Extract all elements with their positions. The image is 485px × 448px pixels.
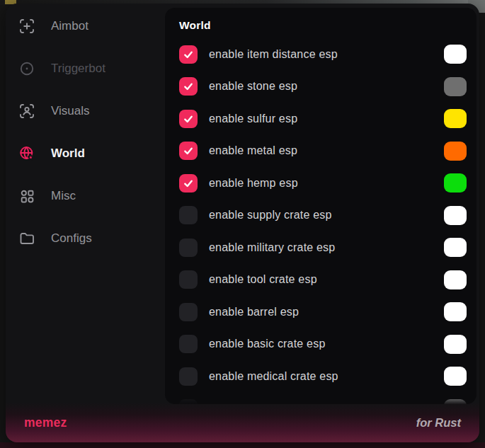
esp-option-label: enable hemp esp bbox=[209, 177, 444, 190]
esp-option-label: enable sulfur esp bbox=[209, 113, 444, 125]
panel-title: World bbox=[179, 19, 467, 32]
footer-tagline: for Rust bbox=[416, 416, 461, 430]
sidebar-item-aimbot[interactable]: Aimbot bbox=[6, 5, 165, 47]
esp-option-label: enable item distance esp bbox=[209, 48, 444, 61]
esp-option-label: enable stone esp bbox=[209, 80, 444, 93]
globe-star-icon bbox=[18, 145, 35, 162]
esp-checkbox-enable-sulfur-esp[interactable] bbox=[179, 110, 198, 128]
esp-row-enable-item-distance-esp: enable item distance esp bbox=[179, 38, 467, 71]
esp-color-swatch-enable-medical-crate-esp[interactable] bbox=[444, 367, 467, 386]
esp-options-list: enable item distance esp enable stone es… bbox=[179, 38, 467, 404]
sidebar-item-label: Visuals bbox=[51, 104, 90, 118]
esp-color-swatch-enable-sulfur-esp[interactable] bbox=[444, 109, 467, 128]
esp-row-enable-medical-crate-esp: enable medical crate esp bbox=[179, 360, 467, 393]
sidebar-item-misc[interactable]: Misc bbox=[6, 175, 165, 217]
sidebar-item-visuals[interactable]: Visuals bbox=[6, 90, 165, 132]
footer: memez for Rust bbox=[6, 403, 479, 442]
sidebar-item-label: Aimbot bbox=[51, 19, 89, 33]
esp-option-label: enable medical crate esp bbox=[209, 370, 444, 383]
esp-checkbox-enable-tool-crate-esp[interactable] bbox=[179, 270, 198, 289]
esp-checkbox-enable-medical-crate-esp[interactable] bbox=[179, 367, 198, 386]
esp-option-label: enable metal esp bbox=[209, 144, 444, 157]
screen: Aimbot Triggerbot Visuals World Misc Con… bbox=[0, 0, 485, 448]
esp-row-enable-hemp-esp: enable hemp esp bbox=[179, 167, 467, 200]
esp-row-enable-tool-crate-esp: enable tool crate esp bbox=[179, 264, 467, 297]
esp-option-label: enable barrel esp bbox=[209, 306, 444, 318]
scan-plus-icon bbox=[18, 18, 35, 35]
esp-color-swatch-enable-metal-esp[interactable] bbox=[444, 142, 467, 161]
sidebar-item-label: Configs bbox=[51, 231, 92, 246]
esp-row-enable-sulfur-esp: enable sulfur esp bbox=[179, 103, 467, 135]
esp-row-enable-military-crate-esp: enable military crate esp bbox=[179, 231, 467, 264]
sidebar-item-triggerbot[interactable]: Triggerbot bbox=[6, 47, 165, 90]
sidebar: Aimbot Triggerbot Visuals World Misc Con… bbox=[6, 5, 165, 260]
esp-color-swatch-enable-hemp-esp[interactable] bbox=[444, 173, 467, 193]
esp-row-enable-supply-crate-esp: enable supply crate esp bbox=[179, 200, 467, 232]
esp-checkbox-enable-metal-esp[interactable] bbox=[179, 142, 198, 160]
esp-checkbox-enable-basic-crate-esp[interactable] bbox=[179, 335, 198, 353]
esp-checkbox-enable-supply-crate-esp[interactable] bbox=[179, 206, 198, 224]
folder-icon bbox=[18, 230, 35, 247]
esp-checkbox-enable-barrel-esp[interactable] bbox=[179, 303, 198, 321]
esp-color-swatch-enable-item-distance-esp[interactable] bbox=[444, 45, 467, 64]
brand-name: memez bbox=[24, 415, 67, 430]
esp-checkbox-enable-hemp-esp[interactable] bbox=[179, 174, 198, 193]
esp-checkbox-enable-item-distance-esp[interactable] bbox=[179, 45, 198, 64]
esp-color-swatch-enable-barrel-esp[interactable] bbox=[444, 302, 467, 321]
user-scan-icon bbox=[18, 103, 35, 120]
esp-option-label: enable supply crate esp bbox=[209, 209, 444, 222]
esp-row-enable-basic-crate-esp: enable basic crate esp bbox=[179, 328, 467, 361]
sidebar-item-configs[interactable]: Configs bbox=[6, 217, 165, 260]
esp-color-swatch-enable-supply-crate-esp[interactable] bbox=[444, 206, 467, 225]
esp-checkbox-enable-military-crate-esp[interactable] bbox=[179, 239, 198, 257]
sidebar-item-label: Triggerbot bbox=[51, 62, 105, 76]
sidebar-item-label: World bbox=[51, 147, 85, 161]
esp-row-enable-metal-esp: enable metal esp bbox=[179, 135, 467, 168]
esp-color-swatch-enable-stone-esp[interactable] bbox=[444, 77, 467, 96]
backdrop-bottom-strip bbox=[0, 442, 485, 448]
esp-row-enable-barrel-esp: enable barrel esp bbox=[179, 296, 467, 328]
world-panel: World enable item distance esp enable st… bbox=[165, 8, 477, 404]
esp-option-label: enable military crate esp bbox=[209, 241, 444, 254]
cheat-menu-window: Aimbot Triggerbot Visuals World Misc Con… bbox=[6, 4, 479, 442]
target-dot-icon bbox=[18, 60, 35, 77]
esp-option-label: enable tool crate esp bbox=[209, 273, 444, 286]
esp-row-enable-stone-esp: enable stone esp bbox=[179, 71, 467, 103]
sidebar-item-label: Misc bbox=[51, 189, 76, 203]
esp-checkbox-enable-stone-esp[interactable] bbox=[179, 77, 198, 96]
esp-color-swatch-enable-tool-crate-esp[interactable] bbox=[444, 270, 467, 289]
esp-option-label: enable basic crate esp bbox=[209, 338, 444, 350]
esp-color-swatch-enable-basic-crate-esp[interactable] bbox=[444, 335, 467, 354]
esp-color-swatch-enable-military-crate-esp[interactable] bbox=[444, 238, 467, 257]
sidebar-item-world[interactable]: World bbox=[6, 132, 165, 175]
shapes-grid-icon bbox=[18, 188, 35, 205]
